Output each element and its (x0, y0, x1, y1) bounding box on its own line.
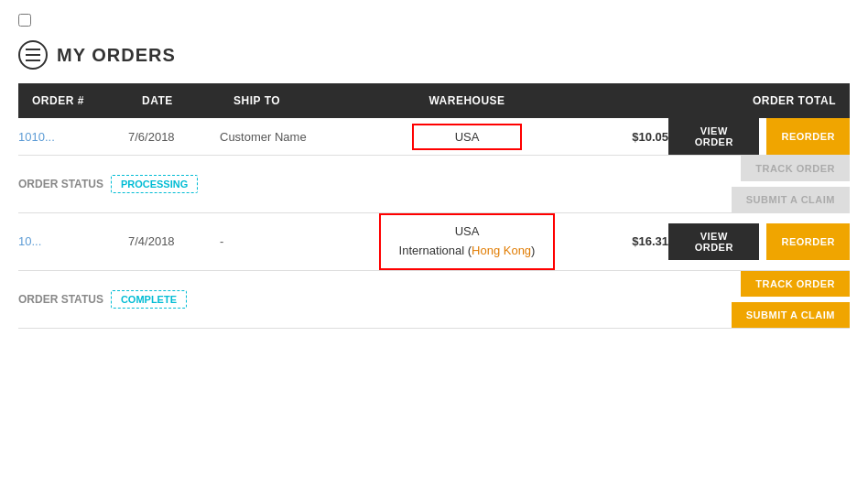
order-2-action-status: TRACK ORDER SUBMIT A CLAIM (668, 270, 850, 328)
order-2-status-label: ORDER STATUS (18, 293, 103, 306)
order-2-link[interactable]: 10... (18, 234, 41, 248)
order-2-status-badge: COMPLETE (111, 290, 187, 309)
order-2-track-order-button[interactable]: TRACK ORDER (741, 271, 850, 297)
header-order-total: ORDER TOTAL (568, 83, 850, 118)
order-2-number: 10... (18, 213, 128, 271)
order-1-link[interactable]: 1010... (18, 130, 55, 144)
order-1-status-cell: ORDER STATUS PROCESSING (18, 156, 366, 213)
order-2-status-cell: ORDER STATUS COMPLETE (18, 270, 366, 328)
order-2-date: 7/4/2018 (128, 213, 220, 271)
order-2-reorder-button[interactable]: REORDER (766, 223, 850, 260)
order-2-submit-claim-button[interactable]: SUBMIT A CLAIM (732, 302, 850, 328)
order-1-date: 7/6/2018 (128, 118, 220, 156)
header-order-num: ORDER # (18, 83, 128, 118)
order-2-warehouse: USA International (Hong Kong) (366, 213, 568, 271)
order-2-total: $16.31 (568, 213, 668, 271)
order-1-action-status: TRACK ORDER SUBMIT A CLAIM (668, 156, 850, 213)
order-1-submit-claim-button: SUBMIT A CLAIM (732, 187, 850, 212)
order-2-warehouse-line1: USA (399, 222, 536, 242)
order-1-status-badge: PROCESSING (111, 175, 198, 193)
header-warehouse: WAREHOUSE (366, 83, 568, 118)
order-2-total-status (568, 270, 668, 328)
page-title: MY ORDERS (57, 45, 176, 66)
order-1-track-order-button: TRACK ORDER (741, 156, 850, 181)
order-2-actions: VIEW ORDER REORDER (668, 213, 850, 271)
order-1-actions: VIEW ORDER REORDER (668, 118, 850, 156)
menu-icon[interactable] (18, 40, 48, 70)
order-1-status-label: ORDER STATUS (18, 178, 103, 190)
order-1-ship: Customer Name (220, 118, 366, 156)
order-2-warehouse-status (366, 270, 568, 328)
order-1-reorder-button[interactable]: REORDER (766, 118, 850, 155)
order-1-number: 1010... (18, 118, 128, 156)
order-1-total: $10.05 (568, 118, 668, 156)
order-1-view-order-button[interactable]: VIEW ORDER (668, 118, 759, 155)
order-2-warehouse-box: USA International (Hong Kong) (379, 213, 556, 270)
order-1-total-status (568, 156, 668, 213)
order-1-warehouse-box: USA (412, 124, 522, 150)
order-1-warehouse: USA (366, 118, 568, 156)
order-2-warehouse-line2: International (Hong Kong) (399, 242, 536, 261)
order-2-view-order-button[interactable]: VIEW ORDER (668, 223, 759, 260)
header-date: DATE (128, 83, 220, 118)
header-ship-to: SHIP TO (220, 83, 366, 118)
top-checkbox[interactable] (18, 14, 31, 27)
order-1-warehouse-status (366, 156, 568, 213)
order-2-ship: - (220, 213, 366, 271)
